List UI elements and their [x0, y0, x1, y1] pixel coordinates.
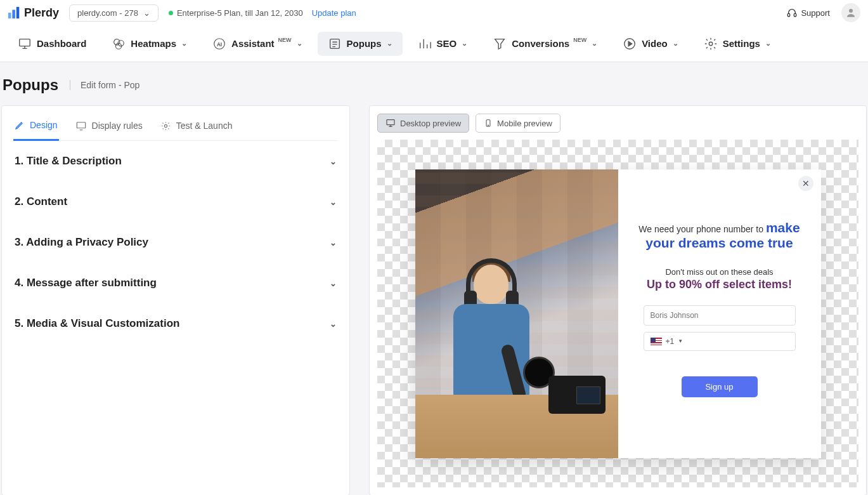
play-icon — [623, 37, 637, 51]
svg-rect-4 — [794, 13, 796, 16]
section-label: 4. Message after submitting — [15, 277, 157, 289]
nav-video[interactable]: Video ⌄ — [612, 32, 689, 56]
brand-logo[interactable]: Plerdy — [8, 6, 59, 20]
chevron-down-icon: ⌄ — [330, 238, 337, 248]
popup-heading-a: We need your phone number to — [638, 224, 766, 234]
svg-text:AI: AI — [217, 41, 222, 47]
nav-settings-label: Settings — [723, 38, 760, 49]
tab-test-label: Test & Launch — [176, 121, 233, 131]
tab-display-rules[interactable]: Display rules — [74, 114, 144, 140]
svg-rect-1 — [12, 10, 15, 18]
chevron-down-icon: ⌄ — [462, 39, 467, 48]
desktop-preview-button[interactable]: Desktop preview — [377, 114, 469, 133]
chevron-down-icon: ⌄ — [673, 39, 678, 48]
plan-info: Enterprise-5 Plan, till Jan 12, 2030 Upd… — [169, 8, 356, 18]
funnel-icon — [493, 37, 507, 51]
nav-seo[interactable]: SEO ⌄ — [408, 32, 478, 56]
nav-popups[interactable]: Popups ⌄ — [318, 32, 403, 56]
signup-button[interactable]: Sign up — [682, 376, 758, 397]
site-selector[interactable]: plerdy.com - 278 ⌄ — [69, 4, 159, 22]
nav-dashboard-label: Dashboard — [37, 38, 86, 49]
editor-panel: Design Display rules Test & Launch 1. Ti… — [1, 105, 350, 495]
nav-dashboard[interactable]: Dashboard — [8, 32, 96, 56]
new-badge: NEW — [573, 37, 586, 43]
popups-icon — [328, 37, 342, 51]
nav-conversions-label: Conversions — [512, 38, 569, 49]
dial-code: +1 — [666, 337, 675, 346]
chevron-down-icon: ⌄ — [143, 8, 150, 18]
svg-point-14 — [709, 42, 713, 46]
section-title-description[interactable]: 1. Title & Description⌄ — [13, 141, 338, 182]
popup-subtext-b: Up to 90% off select items! — [647, 278, 792, 291]
pencil-icon — [15, 120, 25, 130]
chevron-down-icon: ⌄ — [330, 319, 337, 329]
preview-canvas: ✕ We need your phone number to make your… — [377, 140, 858, 487]
svg-point-19 — [488, 125, 489, 126]
display-icon — [75, 120, 87, 131]
section-privacy-policy[interactable]: 3. Adding a Privacy Policy⌄ — [13, 222, 338, 263]
section-message-after-submit[interactable]: 4. Message after submitting⌄ — [13, 263, 338, 303]
name-input[interactable] — [644, 305, 796, 326]
update-plan-link[interactable]: Update plan — [312, 8, 356, 18]
breadcrumb: Edit form - Pop — [70, 80, 139, 90]
section-media-visual[interactable]: 5. Media & Visual Customization⌄ — [13, 303, 338, 344]
page-title: Popups — [3, 76, 58, 94]
chevron-down-icon: ⌄ — [765, 39, 771, 48]
user-avatar[interactable] — [841, 3, 860, 22]
section-content[interactable]: 2. Content⌄ — [13, 182, 338, 222]
site-selector-label: plerdy.com - 278 — [77, 8, 138, 18]
page-header: Popups Edit form - Pop — [0, 62, 868, 105]
new-badge: NEW — [278, 37, 292, 43]
tab-test-launch[interactable]: Test & Launch — [159, 114, 234, 140]
topbar: Plerdy plerdy.com - 278 ⌄ Enterprise-5 P… — [0, 0, 868, 25]
svg-rect-15 — [77, 122, 86, 128]
preview-panel: Desktop preview Mobile preview ✕ — [369, 105, 867, 495]
nav-heatmaps-label: Heatmaps — [131, 38, 176, 49]
editor-tabs: Design Display rules Test & Launch — [13, 106, 338, 141]
gear-icon — [704, 37, 718, 51]
mobile-preview-button[interactable]: Mobile preview — [476, 114, 560, 133]
phone-input[interactable]: +1 ▼ — [644, 332, 796, 351]
section-label: 1. Title & Description — [15, 155, 122, 168]
headset-icon — [787, 8, 797, 18]
svg-rect-17 — [387, 120, 394, 125]
us-flag-icon — [651, 338, 662, 345]
brand-name: Plerdy — [24, 6, 59, 20]
support-link[interactable]: Support — [787, 8, 830, 18]
chevron-down-icon: ▼ — [678, 338, 683, 344]
desktop-preview-label: Desktop preview — [400, 119, 461, 128]
tab-design[interactable]: Design — [13, 114, 59, 141]
svg-point-5 — [849, 9, 853, 13]
nav-popups-label: Popups — [347, 38, 382, 49]
status-dot-icon — [169, 11, 173, 15]
seo-icon — [418, 37, 432, 51]
chevron-down-icon: ⌄ — [387, 39, 392, 48]
section-label: 5. Media & Visual Customization — [15, 317, 179, 330]
plerdy-logo-icon — [8, 6, 22, 20]
ai-icon: AI — [212, 37, 226, 51]
tab-design-label: Design — [30, 120, 58, 130]
mobile-preview-label: Mobile preview — [497, 119, 552, 128]
svg-rect-0 — [8, 13, 11, 18]
mobile-icon — [484, 118, 493, 128]
popup-subtext-a: Don't miss out on these deals — [665, 267, 773, 277]
chevron-down-icon: ⌄ — [330, 197, 337, 207]
svg-rect-6 — [20, 39, 30, 46]
close-icon: ✕ — [802, 178, 810, 188]
preview-controls: Desktop preview Mobile preview — [377, 114, 858, 133]
nav-conversions[interactable]: Conversions NEW ⌄ — [483, 32, 607, 56]
tab-display-label: Display rules — [92, 121, 143, 131]
nav-video-label: Video — [642, 38, 668, 49]
nav-heatmaps[interactable]: Heatmaps ⌄ — [101, 32, 197, 56]
person-icon — [845, 7, 857, 18]
main-nav: Dashboard Heatmaps ⌄ AI Assistant NEW ⌄ … — [0, 25, 868, 62]
popup-content: ✕ We need your phone number to make your… — [618, 169, 821, 458]
nav-assistant-label: Assistant — [231, 38, 275, 49]
close-button[interactable]: ✕ — [798, 176, 813, 191]
chevron-down-icon: ⌄ — [330, 157, 337, 166]
monitor-icon — [18, 37, 32, 51]
chevron-down-icon: ⌄ — [297, 39, 302, 48]
nav-settings[interactable]: Settings ⌄ — [694, 32, 781, 56]
nav-assistant[interactable]: AI Assistant NEW ⌄ — [202, 32, 313, 56]
popup-heading: We need your phone number to make your d… — [631, 220, 808, 251]
